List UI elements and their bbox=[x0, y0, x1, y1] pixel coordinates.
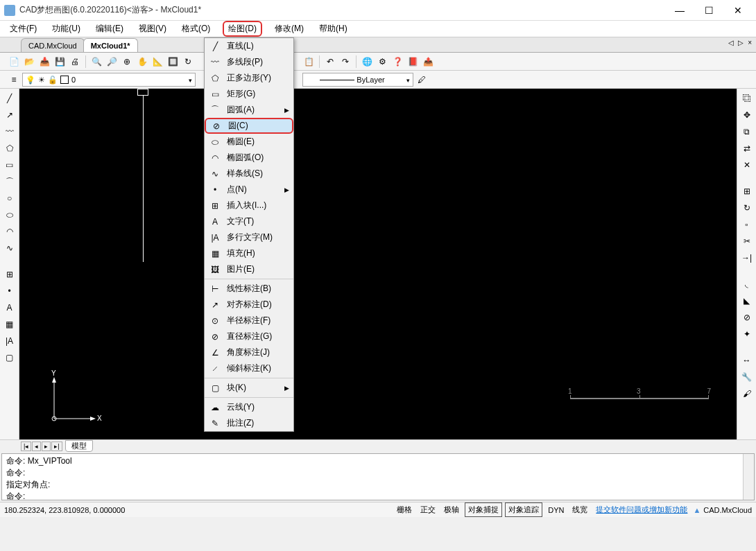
polygon-tool-icon[interactable]: ⬠ bbox=[3, 141, 17, 155]
offset-tool-icon[interactable]: ⧉ bbox=[740, 125, 754, 139]
measure-icon[interactable]: 📐 bbox=[151, 55, 164, 69]
menu-help[interactable]: 帮助(H) bbox=[316, 21, 350, 37]
layers-icon[interactable]: ≡ bbox=[7, 73, 21, 87]
status-osnap[interactable]: 对象捕捉 bbox=[465, 502, 502, 517]
menu-item-text[interactable]: A文字(T) bbox=[205, 213, 293, 229]
model-first-icon[interactable]: |◂ bbox=[21, 441, 31, 451]
zoom-extent-icon[interactable]: ⊕ bbox=[120, 55, 134, 69]
print-icon[interactable]: 🖨 bbox=[68, 55, 82, 69]
status-otrack[interactable]: 对象追踪 bbox=[505, 502, 542, 517]
circle-tool-icon[interactable]: ○ bbox=[3, 191, 17, 205]
menu-item-insert[interactable]: ⊞插入块(I...) bbox=[205, 198, 293, 213]
tab-mxcloud1[interactable]: MxCloud1* bbox=[83, 38, 138, 52]
block-tool-icon[interactable]: ▢ bbox=[3, 351, 17, 365]
move-tool-icon[interactable]: ✥ bbox=[740, 108, 754, 122]
menu-item-note[interactable]: ✎批注(Z) bbox=[205, 415, 293, 431]
line-tool-icon[interactable]: ╱ bbox=[3, 91, 17, 105]
delete-tool-icon[interactable]: ✕ bbox=[740, 158, 754, 172]
menu-item-mtext[interactable]: |A多行文字(M) bbox=[205, 229, 293, 245]
hatch-tool-icon[interactable]: ▦ bbox=[3, 317, 17, 331]
save-icon[interactable]: 💾 bbox=[53, 55, 67, 69]
menu-item-image[interactable]: 🖼图片(E) bbox=[205, 261, 293, 277]
arc-tool-icon[interactable]: ⌒ bbox=[3, 175, 17, 189]
menu-item-aligned[interactable]: ↗对齐标注(D) bbox=[205, 297, 293, 313]
tab-close-icon[interactable]: × bbox=[746, 39, 753, 46]
minimize-button[interactable]: — bbox=[666, 1, 694, 19]
point-tool-icon[interactable]: • bbox=[3, 284, 17, 298]
menu-file[interactable]: 文件(F) bbox=[7, 21, 40, 37]
settings-icon[interactable]: ⚙ bbox=[375, 55, 389, 69]
tab-cad-mxcloud[interactable]: CAD.MxCloud bbox=[21, 38, 85, 52]
maximize-button[interactable]: ☐ bbox=[695, 1, 723, 19]
open-icon[interactable]: 📂 bbox=[22, 55, 36, 69]
zoom-window-icon[interactable]: 🔲 bbox=[166, 55, 180, 69]
menu-item-pline[interactable]: 〰多线段(P) bbox=[205, 54, 293, 70]
mtext-tool-icon[interactable]: |A bbox=[3, 334, 17, 348]
model-next-icon[interactable]: ▸ bbox=[42, 441, 51, 451]
model-tab[interactable]: 模型 bbox=[65, 440, 93, 452]
menu-item-spline[interactable]: ∿样条线(S) bbox=[205, 166, 293, 182]
trim-tool-icon[interactable]: ✂ bbox=[740, 234, 754, 248]
status-grid[interactable]: 栅格 bbox=[394, 503, 415, 516]
match-tool-icon[interactable]: 🖌 bbox=[740, 387, 754, 401]
model-last-icon[interactable]: ▸| bbox=[51, 441, 62, 451]
status-dyn[interactable]: DYN bbox=[545, 505, 567, 516]
menu-item-block[interactable]: ▢块(K)▶ bbox=[205, 380, 293, 396]
menu-func[interactable]: 功能(U) bbox=[49, 21, 83, 37]
properties-tool-icon[interactable]: 🔧 bbox=[740, 370, 754, 384]
status-polar[interactable]: 极轴 bbox=[441, 503, 462, 516]
menu-item-rect[interactable]: ▭矩形(G) bbox=[205, 86, 293, 102]
elarc-tool-icon[interactable]: ◠ bbox=[3, 225, 17, 238]
scale-tool-icon[interactable]: ▫ bbox=[740, 218, 754, 231]
help-icon[interactable]: ❓ bbox=[390, 55, 404, 69]
zoom-out-icon[interactable]: 🔎 bbox=[105, 55, 119, 69]
rect-tool-icon[interactable]: ▭ bbox=[3, 158, 17, 172]
pline-tool-icon[interactable]: 〰 bbox=[3, 125, 17, 139]
pan-icon[interactable]: ✋ bbox=[135, 55, 149, 69]
canvas[interactable]: Y X 1 3 7 bbox=[19, 89, 737, 439]
feedback-link[interactable]: 提交软件问题或增加新功能 bbox=[593, 503, 690, 516]
menu-item-ellipse[interactable]: ⬭椭圆(E) bbox=[205, 134, 293, 150]
menu-item-linear[interactable]: ⊢线性标注(B) bbox=[205, 281, 293, 297]
menu-modify[interactable]: 修改(M) bbox=[272, 21, 307, 37]
pdf-icon[interactable]: 📕 bbox=[406, 55, 420, 69]
menu-item-circle[interactable]: ⊘圆(C) bbox=[205, 118, 293, 134]
refresh-icon[interactable]: ↻ bbox=[181, 55, 195, 69]
close-button[interactable]: ✕ bbox=[724, 1, 752, 19]
new-icon[interactable]: 📄 bbox=[7, 55, 21, 69]
menu-item-point[interactable]: •点(N)▶ bbox=[205, 182, 293, 198]
copy-tool-icon[interactable]: ⿻ bbox=[740, 91, 754, 105]
menu-item-angular[interactable]: ∠角度标注(J) bbox=[205, 344, 293, 360]
brush-icon[interactable]: 🖊 bbox=[415, 73, 429, 87]
status-lineweight[interactable]: 线宽 bbox=[569, 503, 590, 516]
stretch-tool-icon[interactable]: ↔ bbox=[740, 353, 754, 367]
extend-tool-icon[interactable]: →| bbox=[740, 251, 754, 265]
command-scrollbar[interactable] bbox=[743, 454, 754, 500]
status-ortho[interactable]: 正交 bbox=[418, 503, 438, 516]
linetype-dropdown[interactable]: ByLayer bbox=[302, 73, 413, 87]
chamfer-tool-icon[interactable]: ◣ bbox=[740, 294, 754, 308]
menu-draw[interactable]: 绘图(D) bbox=[223, 21, 262, 37]
menu-item-polygon[interactable]: ⬠正多边形(Y) bbox=[205, 70, 293, 86]
menu-item-elarc[interactable]: ◠椭圆弧(O) bbox=[205, 150, 293, 166]
rotate-tool-icon[interactable]: ↻ bbox=[740, 201, 754, 215]
redo-icon[interactable]: ↷ bbox=[338, 55, 352, 69]
menu-format[interactable]: 格式(O) bbox=[179, 21, 213, 37]
menu-item-line[interactable]: ╱直线(L) bbox=[205, 38, 293, 54]
array-tool-icon[interactable]: ⊞ bbox=[740, 184, 754, 198]
mirror-tool-icon[interactable]: ⇄ bbox=[740, 141, 754, 155]
import-icon[interactable]: 📥 bbox=[37, 55, 51, 69]
zoom-in-icon[interactable]: 🔍 bbox=[89, 55, 103, 69]
tab-prev-icon[interactable]: ◁ bbox=[727, 39, 735, 46]
menu-view[interactable]: 视图(V) bbox=[136, 21, 169, 37]
menu-item-diameter[interactable]: ⊘直径标注(G) bbox=[205, 329, 293, 344]
paste-icon[interactable]: 📋 bbox=[302, 55, 316, 69]
command-window[interactable]: 命令: Mx_VIPTool 命令: 指定对角点: 命令: bbox=[1, 453, 755, 500]
explode-tool-icon[interactable]: ✦ bbox=[740, 327, 754, 341]
menu-item-hatch[interactable]: ▦填充(H) bbox=[205, 245, 293, 261]
ellipse-tool-icon[interactable]: ⬭ bbox=[3, 208, 17, 222]
break-tool-icon[interactable]: ⊘ bbox=[740, 311, 754, 324]
menu-item-revcloud[interactable]: ☁云线(Y) bbox=[205, 399, 293, 415]
menu-item-oblique[interactable]: ⟋倾斜标注(K) bbox=[205, 360, 293, 376]
menu-item-arc[interactable]: ⌒圆弧(A)▶ bbox=[205, 102, 293, 118]
